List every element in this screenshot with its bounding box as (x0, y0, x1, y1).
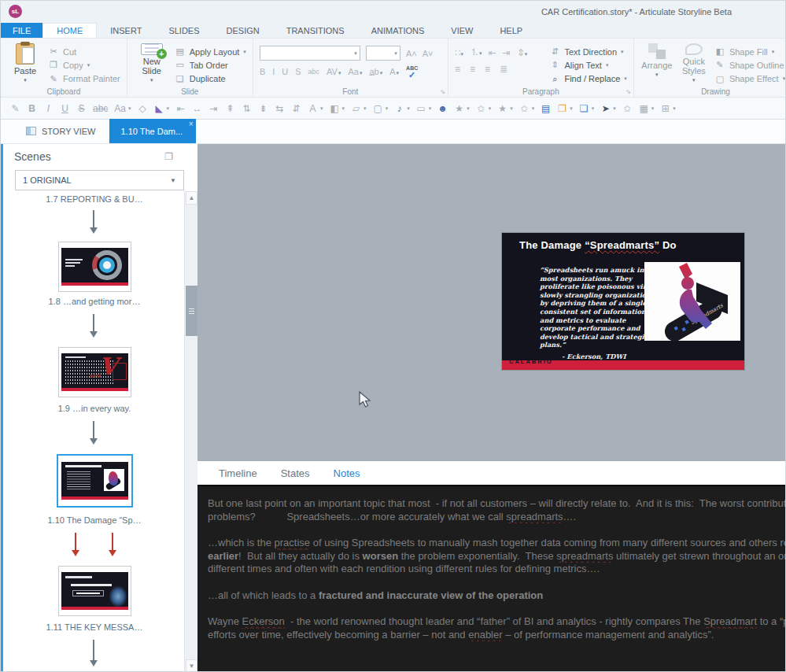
slide-thumbnail-1-10-selected[interactable] (57, 454, 133, 508)
menu-tab-file[interactable]: FILE (1, 23, 42, 38)
underline-icon[interactable]: U (57, 100, 73, 117)
quick-styles-button[interactable]: Quick Styles▾ (678, 42, 710, 85)
small-caps-icon[interactable]: abc (90, 100, 111, 117)
pointer-icon[interactable]: ➤▾ (597, 100, 619, 117)
align-left-icon[interactable]: ≡ (455, 64, 460, 75)
align-objects-top-icon[interactable]: ⇞ (222, 100, 238, 117)
menu-tab-animations[interactable]: ANIMATIONS (358, 23, 438, 38)
slide-quote-text[interactable]: “Spreadsheets run amuck in most organiza… (540, 266, 658, 361)
tab-slide-1-10[interactable]: 1.10 The Dam... × (109, 119, 196, 143)
menu-tab-home[interactable]: HOME (42, 23, 97, 38)
strikethrough-icon[interactable]: S (73, 100, 90, 117)
menu-tab-design[interactable]: DESIGN (213, 23, 273, 38)
shape-outline-icon[interactable]: ▱▾ (348, 100, 370, 117)
align-objects-right-icon[interactable]: ⇥ (205, 100, 222, 117)
notes-editor[interactable]: But one last point on an important topic… (197, 485, 786, 672)
numbering-icon[interactable]: ⒈▾ (470, 46, 482, 59)
grow-font-icon[interactable]: A˄ (406, 49, 417, 58)
distribute-horizontal-icon[interactable]: ⇆ (271, 100, 288, 117)
exit-star-icon[interactable]: ★▾ (494, 100, 516, 117)
slide-canvas[interactable]: The Damage “Spreadmarts” Do “Spreadsheet… (197, 144, 786, 461)
menu-tab-slides[interactable]: SLIDES (155, 23, 212, 38)
gradient-fill-icon[interactable]: ◣▾ (151, 100, 173, 117)
align-right-icon[interactable]: ≡ (485, 64, 490, 75)
panel-tab-timeline[interactable]: Timeline (219, 467, 257, 479)
sidebar-scrollbar[interactable]: ▲ ▼ (184, 191, 197, 672)
highlight-color-icon[interactable]: a̲b▾ (369, 67, 382, 76)
clear-formatting-icon[interactable]: ◇ (135, 100, 151, 117)
justify-icon[interactable]: ≣ (500, 64, 507, 75)
apply-layout-button[interactable]: ▤Apply Layout ▾ (175, 46, 246, 57)
slide-label-1-10[interactable]: 1.10 The Damage “Sp… (3, 515, 186, 525)
character-icon[interactable]: ☻ (434, 100, 451, 117)
format-painter-button[interactable]: ✎Format Painter (48, 73, 120, 85)
tab-order-button[interactable]: ▭Tab Order (175, 59, 246, 71)
slide-label-1-11[interactable]: 1.11 THE KEY MESSA… (3, 622, 186, 632)
slide-label-1-7[interactable]: 1.7 REPORTING & BU… (3, 194, 186, 204)
align-objects-bottom-icon[interactable]: ⇟ (255, 100, 271, 117)
slide-thumbnail-1-9[interactable]: V DATA (58, 347, 131, 397)
send-backward-icon[interactable]: ❏▾ (576, 100, 598, 117)
line-spacing-icon[interactable]: ⇕▾ (517, 47, 528, 58)
paste-button[interactable]: Paste ▾ (7, 42, 43, 85)
new-slide-button[interactable]: New Slide ▾ (134, 42, 170, 85)
find-replace-button[interactable]: ⌕Find / Replace ▾ (549, 73, 626, 85)
shape-effect-icon[interactable]: ▢▾ (370, 100, 392, 117)
bullets-icon[interactable]: ∷▾ (455, 47, 463, 58)
format-painter-icon[interactable]: ✎ (7, 100, 24, 117)
increase-indent-icon[interactable]: ⇥ (503, 47, 511, 58)
align-center-icon[interactable]: ≡ (470, 64, 475, 75)
tab-story-view[interactable]: STORY VIEW (15, 119, 106, 143)
paragraph-dialog-launcher-icon[interactable]: ⇘ (625, 88, 631, 95)
slide-thumbnail-1-8[interactable] (58, 242, 131, 292)
slide-1-10[interactable]: The Damage “Spreadmarts” Do “Spreadsheet… (502, 233, 744, 370)
audio-icon[interactable]: ♪▾ (391, 100, 413, 117)
crop-icon[interactable]: ⊞▾ (657, 100, 679, 117)
bring-forward-icon[interactable]: ❐▾ (554, 100, 576, 117)
align-objects-center-icon[interactable]: ↔ (189, 100, 205, 117)
picture-icon[interactable]: ▦▾ (636, 100, 658, 117)
distribute-vertical-icon[interactable]: ⇵ (288, 100, 304, 117)
shape-fill-button[interactable]: ◧Shape Fill ▾ (714, 46, 786, 57)
arrange-button[interactable]: Arrange▾ (640, 42, 673, 85)
close-tab-icon[interactable]: × (189, 120, 194, 128)
slide-label-1-8[interactable]: 1.8 …and getting mor… (3, 297, 186, 306)
decrease-indent-icon[interactable]: ⇤ (489, 47, 496, 58)
exit-animation-icon[interactable]: ✩▾ (516, 100, 538, 117)
align-objects-left-icon[interactable]: ⇤ (172, 100, 189, 117)
shape-fill-icon[interactable]: ◧▾ (327, 100, 349, 117)
duplicate-button[interactable]: ❏Duplicate (175, 73, 246, 85)
scroll-down-icon[interactable]: ▼ (186, 659, 197, 672)
align-text-button[interactable]: ⇕Align Text ▾ (549, 59, 626, 71)
slide-label-1-9[interactable]: 1.9 …in every way. (3, 404, 186, 413)
bold-icon[interactable]: B (24, 100, 40, 117)
scene-dropdown[interactable]: 1 ORIGINAL ▼ (15, 170, 184, 190)
menu-tab-help[interactable]: HELP (486, 23, 536, 38)
shape-outline-button[interactable]: ✎Shape Outline ▾ (714, 59, 786, 71)
strikethrough-icon[interactable]: S (295, 67, 301, 76)
menu-tab-view[interactable]: VIEW (437, 23, 486, 38)
panel-tab-notes[interactable]: Notes (334, 467, 360, 479)
font-family-select[interactable]: ▾ (260, 46, 360, 61)
collapse-panel-icon[interactable]: ❐ (164, 151, 173, 162)
change-case-icon[interactable]: Aa▾ (348, 67, 362, 76)
spell-check-icon[interactable]: ABC✓ (406, 65, 418, 78)
align-objects-middle-icon[interactable]: ⇅ (238, 100, 255, 117)
change-case-icon[interactable]: Aa▾ (111, 100, 134, 117)
animation-star-icon[interactable]: ★▾ (451, 100, 473, 117)
menu-tab-transitions[interactable]: TRANSITIONS (273, 23, 358, 38)
font-size-select[interactable]: ▾ (366, 46, 400, 61)
layers-icon[interactable]: ▤ (537, 100, 554, 117)
italic-icon[interactable]: I (272, 67, 275, 76)
scrollbar-thumb[interactable] (186, 286, 197, 336)
subscript-icon[interactable]: abc (308, 68, 320, 76)
copy-button[interactable]: ❐Copy ▾ (48, 59, 120, 71)
panel-tab-states[interactable]: States (281, 467, 310, 479)
cut-button[interactable]: ✂Cut (48, 46, 120, 57)
font-dialog-launcher-icon[interactable]: ⇘ (440, 88, 445, 95)
italic-icon[interactable]: I (40, 100, 57, 117)
underline-icon[interactable]: U (282, 67, 288, 76)
entrance-animation-icon[interactable]: ✩▾ (473, 100, 495, 117)
shrink-font-icon[interactable]: A˅ (423, 49, 434, 58)
slide-thumbnail-1-11[interactable] (58, 566, 131, 616)
